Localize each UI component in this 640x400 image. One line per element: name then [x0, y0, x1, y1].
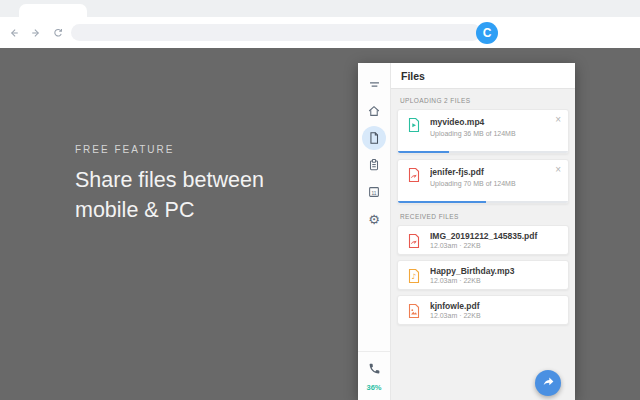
browser-toolbar: [0, 17, 640, 48]
upload-card-myvideo[interactable]: myvideo.mp4 Uploading 36 MB of 124MB ×: [397, 109, 569, 154]
sidebar-item-clipboard[interactable]: [362, 153, 386, 177]
file-name: IMG_20191212_145835.pdf: [430, 231, 560, 241]
calendar-icon: 11: [367, 185, 381, 199]
address-bar[interactable]: [71, 24, 481, 41]
phone-icon: [368, 361, 381, 379]
svg-text:♪: ♪: [412, 272, 417, 281]
home-icon: [367, 104, 381, 118]
popup-title: Files: [401, 70, 425, 82]
file-name: jenifer-fjs.pdf: [430, 167, 560, 177]
hero-headline-line2: mobile & PC: [75, 198, 195, 222]
browser-tab[interactable]: [19, 4, 87, 17]
sidebar-item-home[interactable]: [362, 99, 386, 123]
browser-tab-strip: [0, 0, 640, 17]
gear-icon: ⚙: [368, 213, 380, 226]
sidebar-item-settings[interactable]: ⚙: [362, 207, 386, 231]
video-file-icon: [406, 117, 422, 133]
upload-status: Uploading 70 MB of 124MB: [430, 180, 560, 187]
extension-popup: 11 ⚙ 36% Files UPLOADING 2 FILES: [358, 63, 575, 400]
document-icon: [367, 131, 381, 145]
upload-status: Uploading 36 MB of 124MB: [430, 130, 560, 137]
reload-icon: [52, 27, 64, 39]
screenshot-root: C FREE FEATURE Share files between mobil…: [0, 0, 640, 400]
hero-headline-line1: Share files between: [75, 168, 264, 192]
forward-button[interactable]: [28, 25, 44, 41]
uploading-section-label: UPLOADING 2 FILES: [400, 97, 569, 104]
progress-bar: [398, 201, 568, 204]
file-meta: 12.03am · 22KB: [430, 277, 560, 284]
file-name: kjnfowle.pdf: [430, 301, 560, 311]
battery-level: 36%: [366, 383, 381, 392]
progress-bar: [398, 151, 568, 154]
upload-card-jenifer[interactable]: jenifer-fjs.pdf Uploading 70 MB of 124MB…: [397, 159, 569, 204]
popup-body: UPLOADING 2 FILES myvideo.mp4 Uploading …: [391, 89, 575, 400]
share-fab-button[interactable]: [535, 370, 561, 396]
popup-header: Files: [391, 63, 575, 89]
audio-file-icon: ♪: [406, 268, 422, 284]
back-button[interactable]: [6, 25, 22, 41]
hero-headline: Share files between mobile & PC: [75, 165, 264, 225]
file-name: myvideo.mp4: [430, 117, 560, 127]
file-name: Happy_Birthday.mp3: [430, 266, 560, 276]
popup-sidebar: 11 ⚙ 36%: [358, 63, 391, 400]
cancel-upload-button[interactable]: ×: [555, 165, 561, 175]
hamburger-icon: [368, 78, 381, 91]
received-file-card[interactable]: kjnfowle.pdf 12.03am · 22KB: [397, 295, 569, 325]
progress-fill: [398, 151, 449, 154]
cancel-upload-button[interactable]: ×: [555, 115, 561, 125]
received-section-label: RECEIVED FILES: [400, 213, 569, 220]
received-file-card[interactable]: IMG_20191212_145835.pdf 12.03am · 22KB: [397, 225, 569, 255]
pdf-file-icon: [406, 167, 422, 183]
hero-eyebrow: FREE FEATURE: [75, 144, 264, 155]
image-file-icon: [406, 303, 422, 319]
received-file-card[interactable]: ♪ Happy_Birthday.mp3 12.03am · 22KB: [397, 260, 569, 290]
svg-text:11: 11: [372, 191, 377, 196]
forward-arrow-icon: [30, 27, 42, 39]
share-arrow-icon: [542, 374, 555, 392]
sidebar-item-calendar[interactable]: 11: [362, 180, 386, 204]
sidebar-item-files[interactable]: [362, 126, 386, 150]
pdf-file-icon: [406, 233, 422, 249]
extension-icon[interactable]: C: [476, 22, 498, 44]
progress-fill: [398, 201, 486, 204]
file-meta: 12.03am · 22KB: [430, 312, 560, 319]
back-arrow-icon: [8, 27, 20, 39]
clipboard-icon: [367, 158, 381, 172]
hero-copy: FREE FEATURE Share files between mobile …: [75, 144, 264, 225]
file-meta: 12.03am · 22KB: [430, 242, 560, 249]
reload-button[interactable]: [50, 25, 66, 41]
menu-button[interactable]: [362, 72, 386, 96]
device-status: 36%: [358, 351, 390, 400]
popup-main: Files UPLOADING 2 FILES myvideo.mp4 Uplo…: [391, 63, 575, 400]
